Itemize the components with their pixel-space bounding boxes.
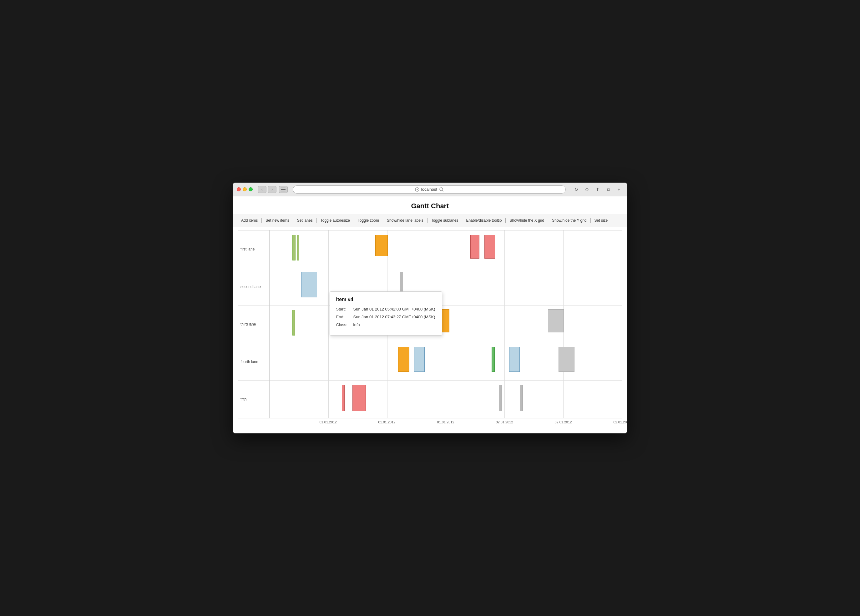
bar-second-1[interactable] xyxy=(301,272,317,297)
sidebar-button[interactable] xyxy=(279,186,288,193)
tooltip-class-label: Class: xyxy=(336,322,353,327)
lane-label-fifth: fifth xyxy=(238,381,269,418)
add-items-button[interactable]: Add items xyxy=(238,217,261,224)
page-title: Gantt Chart xyxy=(233,202,627,210)
tooltip-end-value: Sun Jan 01 2012 07:43:27 GMT+0400 (MSK) xyxy=(353,315,436,319)
svg-rect-2 xyxy=(281,191,286,191)
tooltip-start-value: Sun Jan 01 2012 05:42:00 GMT+0400 (MSK) xyxy=(353,307,436,312)
page-header: Gantt Chart xyxy=(233,196,627,214)
show-hide-lane-labels-button[interactable]: Show/hide lane labels xyxy=(384,217,427,224)
bar-first-2[interactable] xyxy=(297,235,299,260)
bar-second-2[interactable] xyxy=(400,272,403,293)
browser-window: ‹ › localhost ↻ ⊙ ⬆ ⧉ + Gantt Chart Add … xyxy=(233,183,627,433)
bar-first-1[interactable] xyxy=(292,235,295,260)
url-actions: ↻ ⊙ ⬆ ⧉ + xyxy=(572,186,623,193)
bar-third-1[interactable] xyxy=(292,310,295,335)
divider-5 xyxy=(383,218,383,223)
bar-fifth-4[interactable] xyxy=(520,385,523,411)
fifth-lane-row xyxy=(270,381,622,418)
toolbar: Add items Set new items Set lanes Toggle… xyxy=(233,214,627,227)
tooltip-end-row: End: Sun Jan 01 2012 07:43:27 GMT+0400 (… xyxy=(336,315,436,319)
lane-label-second: second lane xyxy=(238,268,269,306)
bar-third-3[interactable] xyxy=(548,309,564,332)
enable-disable-tooltip-button[interactable]: Enable/disable tooltip xyxy=(463,217,505,224)
divider-1 xyxy=(261,218,262,223)
axis-label-2: 01.01.2012 xyxy=(378,420,395,424)
duplicate-button[interactable]: ⧉ xyxy=(604,186,613,193)
back-button[interactable]: ‹ xyxy=(258,186,267,193)
divider-4 xyxy=(354,218,354,223)
svg-rect-1 xyxy=(281,189,286,190)
close-button[interactable] xyxy=(237,187,241,191)
chart-area: first lane second lane third lane fourth… xyxy=(233,227,627,433)
divider-8 xyxy=(505,218,506,223)
axis-label-6: 02.01.2012 xyxy=(613,420,627,424)
maximize-button[interactable] xyxy=(249,187,253,191)
divider-2 xyxy=(293,218,293,223)
toggle-autoresize-button[interactable]: Toggle autoresize xyxy=(317,217,353,224)
url-text: localhost xyxy=(421,187,437,192)
lane-label-first: first lane xyxy=(238,230,269,268)
divider-9 xyxy=(548,218,548,223)
third-lane-row xyxy=(270,306,622,343)
bar-fourth-1[interactable] xyxy=(398,347,410,372)
forward-button[interactable]: › xyxy=(268,186,276,193)
reload-button[interactable]: ↻ xyxy=(572,186,581,193)
new-tab-button[interactable]: + xyxy=(615,186,623,193)
lane-label-third: third lane xyxy=(238,306,269,343)
tooltip: Item #4 Start: Sun Jan 01 2012 05:42:00 … xyxy=(330,292,442,335)
gantt-chart: Item #4 Start: Sun Jan 01 2012 05:42:00 … xyxy=(269,230,622,418)
tooltip-class-row: Class: info xyxy=(336,322,436,327)
browser-titlebar: ‹ › localhost ↻ ⊙ ⬆ ⧉ + xyxy=(233,183,627,196)
svg-rect-0 xyxy=(281,188,286,188)
divider-10 xyxy=(590,218,591,223)
axis-label-4: 02.01.2012 xyxy=(496,420,513,424)
history-button[interactable]: ⊙ xyxy=(582,186,592,193)
show-hide-y-grid-button[interactable]: Show/hide the Y grid xyxy=(549,217,590,224)
bar-fourth-4[interactable] xyxy=(509,347,520,372)
lane-labels: first lane second lane third lane fourth… xyxy=(238,230,269,418)
share-button[interactable]: ⬆ xyxy=(593,186,602,193)
set-lanes-button[interactable]: Set lanes xyxy=(294,217,316,224)
tooltip-class-value: info xyxy=(353,322,436,327)
axis-label-3: 01.01.2012 xyxy=(437,420,454,424)
divider-7 xyxy=(462,218,462,223)
bar-fourth-3[interactable] xyxy=(491,347,495,372)
browser-content: Gantt Chart Add items Set new items Set … xyxy=(233,196,627,433)
traffic-lights xyxy=(237,187,253,191)
bar-fifth-2[interactable] xyxy=(352,385,366,411)
fourth-lane-row xyxy=(270,343,622,381)
show-hide-x-grid-button[interactable]: Show/hide the X grid xyxy=(506,217,547,224)
axis-label-1: 01.01.2012 xyxy=(320,420,337,424)
nav-buttons: ‹ › xyxy=(258,186,276,193)
bar-first-5[interactable] xyxy=(485,235,495,259)
toggle-sublanes-button[interactable]: Toggle sublanes xyxy=(428,217,461,224)
bar-first-4[interactable] xyxy=(470,235,479,259)
toggle-zoom-button[interactable]: Toggle zoom xyxy=(355,217,382,224)
axis-label-5: 02.01.2012 xyxy=(554,420,572,424)
tooltip-start-label: Start: xyxy=(336,307,353,312)
tooltip-title: Item #4 xyxy=(336,297,436,303)
bar-fourth-5[interactable] xyxy=(559,347,574,372)
set-size-button[interactable]: Set size xyxy=(592,217,611,224)
bar-fifth-3[interactable] xyxy=(499,385,502,411)
lane-label-fourth: fourth lane xyxy=(238,343,269,381)
bar-fifth-1[interactable] xyxy=(342,385,345,411)
bar-fourth-2[interactable] xyxy=(414,347,425,372)
set-new-items-button[interactable]: Set new items xyxy=(262,217,292,224)
bar-first-3[interactable] xyxy=(375,235,388,256)
tooltip-end-label: End: xyxy=(336,315,353,319)
first-lane-row xyxy=(270,230,622,268)
tooltip-start-row: Start: Sun Jan 01 2012 05:42:00 GMT+0400… xyxy=(336,307,436,312)
minimize-button[interactable] xyxy=(243,187,247,191)
axis-labels: 01.01.2012 01.01.2012 01.01.2012 02.01.2… xyxy=(269,419,622,427)
second-lane-row xyxy=(270,268,622,306)
url-bar[interactable]: localhost xyxy=(293,185,566,194)
